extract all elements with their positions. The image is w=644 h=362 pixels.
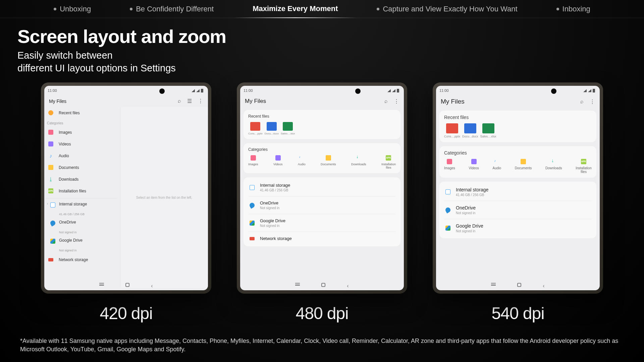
sidebar-item-recent[interactable]: Recent files — [46, 107, 117, 119]
device-480: 11:00 My Files ⌕ ⋮ Recen — [237, 82, 407, 323]
onedrive-icon — [444, 207, 451, 214]
recent-file-ppt[interactable]: Cons....pptx — [444, 123, 460, 138]
apk-icon: APK — [386, 155, 391, 161]
recents-icon[interactable] — [295, 283, 300, 286]
device-420: 11:00 My Files ⌕ ☰ ⋮ — [41, 82, 211, 323]
category-images[interactable]: Images — [248, 155, 258, 169]
category-downloads[interactable]: ⭳Downloads — [545, 159, 562, 174]
storage-card: Internal storage41.46 GB / 256 GB OneDri… — [439, 182, 596, 238]
recent-file-doc[interactable]: Docu...docx — [265, 122, 279, 135]
empty-message: Select an item from the list on the left… — [136, 196, 192, 199]
android-nav-bar: ‹ — [240, 283, 404, 289]
recent-file-ppt[interactable]: Cons....pptx — [248, 122, 263, 135]
search-icon[interactable]: ⌕ — [384, 98, 388, 105]
recent-files-card: Recent files Cons....pptx Docu...docx Sa… — [244, 110, 400, 139]
search-icon[interactable]: ⌕ — [178, 98, 181, 104]
status-bar: 11:00 — [436, 86, 600, 95]
search-icon[interactable]: ⌕ — [580, 99, 584, 105]
recent-file-xls[interactable]: Sales....xlsx — [480, 123, 496, 138]
storage-network[interactable]: Network storage — [248, 232, 396, 245]
category-installation[interactable]: APKInstallation files — [381, 155, 396, 169]
category-videos[interactable]: Videos — [273, 155, 282, 169]
nav-dot-icon — [54, 8, 56, 10]
dpi-label: 420 dpi — [100, 304, 152, 323]
status-icons — [192, 89, 203, 93]
nav-item-unboxing[interactable]: Unboxing — [44, 0, 100, 18]
sidebar-item-googledrive[interactable]: Google Drive Not signed in — [46, 236, 117, 254]
sidebar-item-internal-storage[interactable]: › Internal storage 41.46 GB / 256 GB — [46, 200, 117, 218]
category-audio[interactable]: ♪Audio — [493, 159, 501, 174]
excel-icon — [482, 123, 494, 133]
top-nav: Unboxing Be Confidently Different Maximi… — [0, 0, 644, 18]
sidebar-categories-header: Categories — [46, 119, 117, 126]
recents-icon[interactable] — [491, 283, 496, 286]
home-icon[interactable] — [321, 283, 325, 287]
downloads-icon: ⭳ — [356, 155, 361, 161]
category-images[interactable]: Images — [444, 159, 455, 174]
app-title: My Files — [441, 98, 465, 105]
googledrive-icon — [50, 239, 55, 244]
storage-onedrive[interactable]: OneDriveNot signed in — [444, 201, 592, 219]
category-documents[interactable]: Documents — [515, 159, 532, 174]
recent-files-card: Recent files Cons....pptx Docu...docx Sa… — [439, 111, 596, 142]
status-bar: 11:00 — [240, 86, 404, 95]
word-icon — [267, 122, 277, 131]
nav-item-confidently-different[interactable]: Be Confidently Different — [120, 0, 223, 18]
categories-card: Categories Images Videos ♪Audio Document… — [439, 146, 596, 178]
documents-icon — [48, 165, 53, 170]
nav-item-maximize-moment[interactable]: Maximize Every Moment — [243, 0, 347, 18]
signal-icon — [196, 89, 200, 92]
storage-internal[interactable]: Internal storage41.46 GB / 256 GB — [444, 183, 592, 201]
recent-file-xls[interactable]: Sales....xlsx — [281, 122, 295, 135]
storage-onedrive[interactable]: OneDriveNot signed in — [248, 196, 396, 214]
sidebar-item-videos[interactable]: Videos — [46, 138, 117, 150]
phone-screen: 11:00 My Files ⌕ ⋮ Recen — [240, 86, 404, 290]
downloads-icon: ⭳ — [551, 159, 556, 164]
back-icon[interactable]: ‹ — [543, 283, 544, 289]
apk-icon: APK — [48, 188, 53, 193]
recent-header: Recent files — [444, 115, 592, 120]
category-videos[interactable]: Videos — [469, 159, 479, 174]
app-header-actions: ⌕ ☰ ⋮ — [178, 98, 203, 104]
empty-pane: Select an item from the list on the left… — [120, 107, 208, 288]
category-audio[interactable]: ♪Audio — [298, 155, 306, 169]
chevron-right-icon: › — [47, 202, 48, 205]
images-icon — [447, 159, 452, 164]
more-icon[interactable]: ⋮ — [198, 98, 203, 104]
audio-icon: ♪ — [299, 155, 304, 161]
storage-internal[interactable]: Internal storage41.46 GB / 256 GB — [248, 179, 396, 196]
list-view-icon[interactable]: ☰ — [187, 98, 192, 104]
nav-item-inboxing[interactable]: Inboxing — [547, 0, 600, 18]
phone-frame: 11:00 My Files ⌕ ⋮ Recen — [433, 82, 603, 294]
more-icon[interactable]: ⋮ — [394, 98, 399, 105]
storage-googledrive[interactable]: Google DriveNot signed in — [248, 214, 396, 232]
storage-googledrive[interactable]: Google DriveNot signed in — [444, 219, 592, 237]
phone-frame: 11:00 My Files ⌕ ⋮ Recen — [237, 82, 407, 294]
category-downloads[interactable]: ⭳Downloads — [351, 155, 366, 169]
status-time: 11:00 — [439, 88, 449, 93]
home-icon[interactable] — [125, 283, 129, 287]
network-icon — [48, 258, 53, 261]
sidebar-item-onedrive[interactable]: OneDrive Not signed in — [46, 218, 117, 236]
sidebar-item-images[interactable]: Images — [46, 126, 117, 138]
home-icon[interactable] — [517, 283, 521, 287]
storage-icon — [445, 189, 450, 194]
sidebar-item-documents[interactable]: Documents — [46, 162, 117, 173]
nav-item-capture-view[interactable]: Capture and View Exactly How You Want — [367, 0, 527, 18]
sidebar-item-network-storage[interactable]: Network storage — [46, 254, 117, 265]
more-icon[interactable]: ⋮ — [590, 99, 595, 105]
sidebar-item-audio[interactable]: ♪Audio — [46, 150, 117, 162]
categories-card: Categories Images Videos ♪Audio Document… — [244, 143, 400, 173]
dpi-label: 480 dpi — [296, 304, 348, 323]
images-icon — [48, 130, 53, 135]
sidebar-item-downloads[interactable]: ⭳Downloads — [46, 173, 117, 185]
category-documents[interactable]: Documents — [321, 155, 336, 169]
recents-icon[interactable] — [99, 283, 104, 286]
heading-block: Screen layout and zoom Easily switch bet… — [17, 25, 627, 74]
back-icon[interactable]: ‹ — [347, 283, 348, 289]
back-icon[interactable]: ‹ — [151, 283, 153, 289]
sidebar-item-installation[interactable]: APKInstallation files — [46, 185, 117, 197]
page-subtitle: Easily switch between different UI layou… — [17, 49, 627, 74]
recent-file-doc[interactable]: Docu...docx — [462, 123, 478, 138]
category-installation[interactable]: APKInstallation files — [576, 159, 592, 174]
